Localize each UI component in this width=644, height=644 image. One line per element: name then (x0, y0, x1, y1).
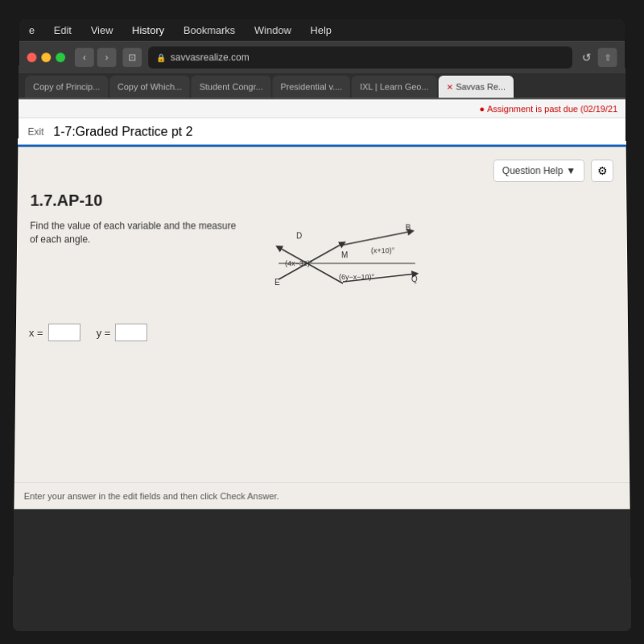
nav-buttons: ‹ › (75, 48, 117, 68)
past-due-text: Assignment is past due (02/19/21 (487, 104, 617, 114)
traffic-light-close[interactable] (27, 52, 36, 62)
address-text: savvasrealize.com (171, 52, 250, 64)
gear-icon: ⚙ (597, 164, 608, 177)
menu-history[interactable]: History (129, 23, 167, 38)
hint-text: Enter your answer in the edit fields and… (24, 491, 279, 501)
menu-view[interactable]: View (88, 23, 117, 38)
question-row: Find the value of each variable and the … (29, 220, 615, 308)
tab-label: Copy of Princip... (33, 82, 100, 92)
profile-button[interactable]: ⇧ (598, 48, 617, 68)
menu-bookmarks[interactable]: Bookmarks (180, 23, 238, 38)
tabs-bar: Copy of Princip... Copy of Which... Stud… (19, 73, 625, 98)
tab-label: Savvas Re... (456, 82, 506, 92)
assignment-header: Exit 1-7:Graded Practice pt 2 (18, 118, 625, 147)
question-id: 1.7.AP-10 (30, 192, 613, 210)
tab-label: IXL | Learn Geo... (360, 82, 429, 92)
tab-label: Copy of Which... (118, 82, 182, 92)
traffic-light-minimize[interactable] (41, 52, 51, 62)
past-due-banner: ● Assignment is past due (02/19/21 (19, 99, 625, 118)
menu-edit[interactable]: Edit (51, 23, 75, 38)
y-answer-group: y = (97, 324, 148, 341)
tab-copy-princip[interactable]: Copy of Princip... (25, 76, 108, 98)
svg-text:B: B (406, 223, 411, 232)
tab-overview-button[interactable]: ⊡ (122, 48, 142, 68)
menubar: e Edit View History Bookmarks Window Hel… (19, 19, 625, 41)
bottom-hint: Enter your answer in the edit fields and… (14, 482, 630, 509)
question-toolbar: Question Help ▼ ⚙ (31, 159, 613, 182)
content-area: Question Help ▼ ⚙ 1.7.AP-10 Find the val… (14, 147, 630, 510)
geometry-diagram: D B M E Q (4x−32)° (x+10)° (6y−x−10)° (254, 220, 431, 308)
chevron-down-icon: ▼ (566, 165, 576, 176)
y-label: y = (97, 326, 111, 338)
traffic-lights (27, 52, 65, 62)
traffic-light-fullscreen[interactable] (56, 52, 65, 62)
browser-chrome: ‹ › ⊡ 🔒 savvasrealize.com ↺ ⇧ Copy of Pr… (19, 42, 625, 100)
address-bar[interactable]: 🔒 savvasrealize.com (148, 47, 572, 68)
tab-student-congr[interactable]: Student Congr... (192, 76, 271, 98)
settings-button[interactable]: ⚙ (591, 159, 613, 182)
back-button[interactable]: ‹ (75, 48, 94, 68)
question-help-label: Question Help (502, 165, 564, 176)
tab-label: Presidential v.... (280, 82, 342, 92)
tab-label: Student Congr... (200, 82, 263, 92)
x-label: x = (29, 326, 43, 338)
svg-text:E: E (275, 278, 280, 287)
svg-text:(4x−32)°: (4x−32)° (285, 259, 313, 267)
menu-apple[interactable]: e (26, 23, 38, 38)
forward-button[interactable]: › (97, 48, 117, 68)
lock-icon: 🔒 (156, 53, 166, 62)
x-answer-group: x = (29, 324, 80, 341)
browser-toolbar: ‹ › ⊡ 🔒 savvasrealize.com ↺ ⇧ (19, 42, 625, 73)
menu-help[interactable]: Help (308, 23, 335, 38)
tab-presidential[interactable]: Presidential v.... (272, 76, 350, 98)
menu-window[interactable]: Window (251, 23, 295, 38)
past-due-icon: ● (479, 104, 485, 114)
reload-button[interactable]: ↺ (582, 52, 592, 64)
assignment-title: 1-7:Graded Practice pt 2 (53, 124, 192, 138)
tab-copy-which[interactable]: Copy of Which... (109, 76, 190, 98)
question-help-button[interactable]: Question Help ▼ (493, 159, 585, 182)
x-input[interactable] (47, 324, 80, 341)
svg-text:(x+10)°: (x+10)° (371, 246, 395, 254)
exit-button[interactable]: Exit (27, 126, 43, 137)
svg-text:Q: Q (411, 275, 418, 283)
question-instruction: Find the value of each variable and the … (30, 220, 238, 246)
svg-line-2 (343, 231, 411, 245)
answer-row: x = y = (29, 324, 616, 341)
tab-savvas[interactable]: ✕ Savvas Re... (438, 76, 514, 98)
tab-ixl[interactable]: IXL | Learn Geo... (352, 76, 436, 98)
y-input[interactable] (115, 324, 147, 341)
svg-text:(6y−x−10)°: (6y−x−10)° (339, 273, 374, 281)
tab-close-icon: ✕ (446, 82, 452, 91)
svg-text:M: M (341, 250, 348, 259)
svg-text:D: D (296, 231, 302, 240)
